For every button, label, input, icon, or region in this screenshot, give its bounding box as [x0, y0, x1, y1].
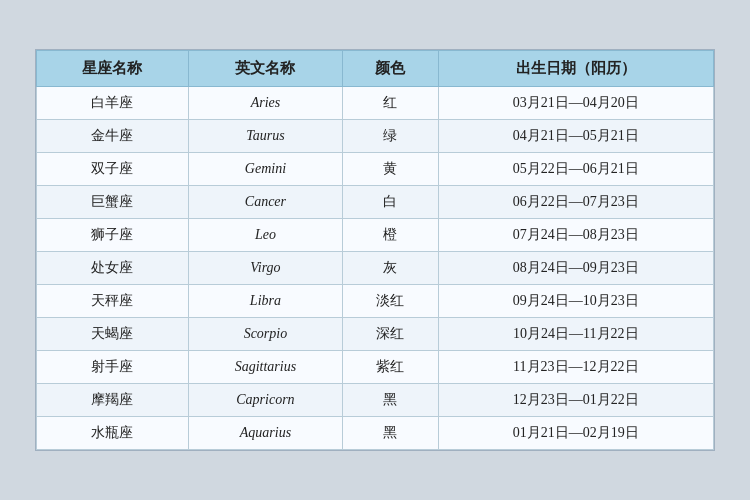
- cell-color: 绿: [343, 120, 439, 153]
- cell-zh-name: 天蝎座: [37, 318, 189, 351]
- cell-zh-name: 金牛座: [37, 120, 189, 153]
- cell-en-name: Aquarius: [188, 417, 342, 450]
- table-header-row: 星座名称 英文名称 颜色 出生日期（阳历）: [37, 51, 714, 87]
- cell-zh-name: 处女座: [37, 252, 189, 285]
- table-row: 双子座Gemini黄05月22日—06月21日: [37, 153, 714, 186]
- cell-color: 红: [343, 87, 439, 120]
- cell-zh-name: 巨蟹座: [37, 186, 189, 219]
- cell-zh-name: 射手座: [37, 351, 189, 384]
- cell-date: 09月24日—10月23日: [438, 285, 713, 318]
- cell-en-name: Gemini: [188, 153, 342, 186]
- cell-zh-name: 白羊座: [37, 87, 189, 120]
- cell-en-name: Leo: [188, 219, 342, 252]
- zodiac-table: 星座名称 英文名称 颜色 出生日期（阳历） 白羊座Aries红03月21日—04…: [36, 50, 714, 450]
- cell-zh-name: 天秤座: [37, 285, 189, 318]
- cell-color: 紫红: [343, 351, 439, 384]
- header-color: 颜色: [343, 51, 439, 87]
- cell-date: 01月21日—02月19日: [438, 417, 713, 450]
- cell-color: 黑: [343, 417, 439, 450]
- cell-date: 10月24日—11月22日: [438, 318, 713, 351]
- table-row: 狮子座Leo橙07月24日—08月23日: [37, 219, 714, 252]
- table-row: 白羊座Aries红03月21日—04月20日: [37, 87, 714, 120]
- cell-en-name: Sagittarius: [188, 351, 342, 384]
- cell-color: 黑: [343, 384, 439, 417]
- cell-date: 06月22日—07月23日: [438, 186, 713, 219]
- cell-en-name: Virgo: [188, 252, 342, 285]
- table-row: 射手座Sagittarius紫红11月23日—12月22日: [37, 351, 714, 384]
- cell-date: 12月23日—01月22日: [438, 384, 713, 417]
- cell-date: 08月24日—09月23日: [438, 252, 713, 285]
- header-en-name: 英文名称: [188, 51, 342, 87]
- cell-en-name: Taurus: [188, 120, 342, 153]
- cell-date: 04月21日—05月21日: [438, 120, 713, 153]
- cell-color: 黄: [343, 153, 439, 186]
- header-date: 出生日期（阳历）: [438, 51, 713, 87]
- cell-zh-name: 摩羯座: [37, 384, 189, 417]
- cell-en-name: Cancer: [188, 186, 342, 219]
- cell-date: 05月22日—06月21日: [438, 153, 713, 186]
- cell-color: 淡红: [343, 285, 439, 318]
- cell-color: 白: [343, 186, 439, 219]
- table-row: 摩羯座Capricorn黑12月23日—01月22日: [37, 384, 714, 417]
- cell-color: 深红: [343, 318, 439, 351]
- table-row: 天秤座Libra淡红09月24日—10月23日: [37, 285, 714, 318]
- cell-en-name: Libra: [188, 285, 342, 318]
- zodiac-table-container: 星座名称 英文名称 颜色 出生日期（阳历） 白羊座Aries红03月21日—04…: [35, 49, 715, 451]
- table-row: 金牛座Taurus绿04月21日—05月21日: [37, 120, 714, 153]
- header-zh-name: 星座名称: [37, 51, 189, 87]
- cell-zh-name: 双子座: [37, 153, 189, 186]
- table-row: 处女座Virgo灰08月24日—09月23日: [37, 252, 714, 285]
- cell-date: 07月24日—08月23日: [438, 219, 713, 252]
- cell-color: 橙: [343, 219, 439, 252]
- cell-date: 03月21日—04月20日: [438, 87, 713, 120]
- table-row: 天蝎座Scorpio深红10月24日—11月22日: [37, 318, 714, 351]
- table-row: 水瓶座Aquarius黑01月21日—02月19日: [37, 417, 714, 450]
- cell-zh-name: 水瓶座: [37, 417, 189, 450]
- table-row: 巨蟹座Cancer白06月22日—07月23日: [37, 186, 714, 219]
- table-body: 白羊座Aries红03月21日—04月20日金牛座Taurus绿04月21日—0…: [37, 87, 714, 450]
- cell-zh-name: 狮子座: [37, 219, 189, 252]
- cell-en-name: Scorpio: [188, 318, 342, 351]
- cell-color: 灰: [343, 252, 439, 285]
- cell-date: 11月23日—12月22日: [438, 351, 713, 384]
- cell-en-name: Aries: [188, 87, 342, 120]
- cell-en-name: Capricorn: [188, 384, 342, 417]
